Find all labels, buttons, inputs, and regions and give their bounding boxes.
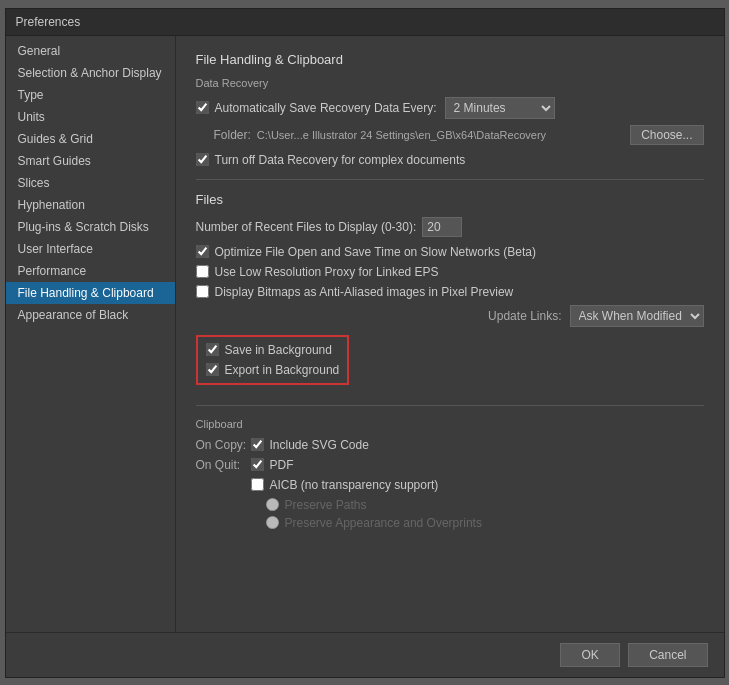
low-res-checkbox[interactable] bbox=[196, 265, 209, 278]
save-bg-checkbox[interactable] bbox=[206, 343, 219, 356]
update-links-row: Update Links: AutomaticallyAsk When Modi… bbox=[196, 305, 704, 327]
sidebar-item[interactable]: Type bbox=[6, 84, 175, 106]
sidebar-item[interactable]: Hyphenation bbox=[6, 194, 175, 216]
auto-save-label: Automatically Save Recovery Data Every: bbox=[215, 101, 437, 115]
folder-row: Folder: C:\User...e Illustrator 24 Setti… bbox=[214, 125, 704, 145]
optimize-row: Optimize File Open and Save Time on Slow… bbox=[196, 245, 704, 259]
dialog-title: Preferences bbox=[6, 9, 724, 36]
export-bg-checkbox[interactable] bbox=[206, 363, 219, 376]
low-res-label: Use Low Resolution Proxy for Linked EPS bbox=[215, 265, 439, 279]
ok-button[interactable]: OK bbox=[560, 643, 620, 667]
recent-files-row: Number of Recent Files to Display (0-30)… bbox=[196, 217, 704, 237]
clipboard-heading: Clipboard bbox=[196, 418, 704, 430]
bitmaps-row: Display Bitmaps as Anti-Aliased images i… bbox=[196, 285, 704, 299]
aicb-label: AICB (no transparency support) bbox=[270, 478, 439, 492]
export-bg-row: Export in Background bbox=[206, 363, 340, 377]
preferences-dialog: Preferences GeneralSelection & Anchor Di… bbox=[5, 8, 725, 678]
sidebar-item[interactable]: Smart Guides bbox=[6, 150, 175, 172]
turn-off-label: Turn off Data Recovery for complex docum… bbox=[215, 153, 466, 167]
include-svg-label: Include SVG Code bbox=[270, 438, 369, 452]
save-bg-label: Save in Background bbox=[225, 343, 332, 357]
on-quit-row: On Quit: PDF bbox=[196, 458, 704, 472]
dialog-footer: OK Cancel bbox=[6, 632, 724, 677]
sidebar-item[interactable]: Appearance of Black bbox=[6, 304, 175, 326]
pdf-label: PDF bbox=[270, 458, 294, 472]
sidebar-item[interactable]: Slices bbox=[6, 172, 175, 194]
include-svg-checkbox[interactable] bbox=[251, 438, 264, 451]
sidebar-item[interactable]: File Handling & Clipboard bbox=[6, 282, 175, 304]
preserve-paths-label: Preserve Paths bbox=[285, 498, 367, 512]
folder-label: Folder: bbox=[214, 128, 251, 142]
cancel-button[interactable]: Cancel bbox=[628, 643, 707, 667]
save-bg-row: Save in Background bbox=[206, 343, 340, 357]
divider-1 bbox=[196, 179, 704, 180]
update-links-label: Update Links: bbox=[488, 309, 561, 323]
pdf-checkbox[interactable] bbox=[251, 458, 264, 471]
turn-off-row: Turn off Data Recovery for complex docum… bbox=[196, 153, 704, 167]
recent-files-input[interactable] bbox=[422, 217, 462, 237]
on-copy-row: On Copy: Include SVG Code bbox=[196, 438, 704, 452]
auto-save-checkbox[interactable] bbox=[196, 101, 209, 114]
dialog-body: GeneralSelection & Anchor DisplayTypeUni… bbox=[6, 36, 724, 632]
optimize-label: Optimize File Open and Save Time on Slow… bbox=[215, 245, 536, 259]
preserve-appearance-label: Preserve Appearance and Overprints bbox=[285, 516, 482, 530]
sidebar-item[interactable]: Guides & Grid bbox=[6, 128, 175, 150]
preserve-appearance-radio[interactable] bbox=[266, 516, 279, 529]
optimize-checkbox[interactable] bbox=[196, 245, 209, 258]
sidebar-item[interactable]: General bbox=[6, 40, 175, 62]
on-copy-label: On Copy: bbox=[196, 438, 251, 452]
files-heading: Files bbox=[196, 192, 704, 207]
bitmaps-checkbox[interactable] bbox=[196, 285, 209, 298]
sidebar-item[interactable]: Performance bbox=[6, 260, 175, 282]
section-heading: File Handling & Clipboard bbox=[196, 52, 704, 67]
sidebar-item[interactable]: Selection & Anchor Display bbox=[6, 62, 175, 84]
bitmaps-label: Display Bitmaps as Anti-Aliased images i… bbox=[215, 285, 514, 299]
sidebar-item[interactable]: Units bbox=[6, 106, 175, 128]
main-content: File Handling & Clipboard Data Recovery … bbox=[176, 36, 724, 632]
aicb-checkbox[interactable] bbox=[251, 478, 264, 491]
divider-2 bbox=[196, 405, 704, 406]
aicb-row: AICB (no transparency support) bbox=[196, 478, 704, 492]
low-res-row: Use Low Resolution Proxy for Linked EPS bbox=[196, 265, 704, 279]
sidebar: GeneralSelection & Anchor DisplayTypeUni… bbox=[6, 36, 176, 632]
sidebar-item[interactable]: User Interface bbox=[6, 238, 175, 260]
recent-files-label: Number of Recent Files to Display (0-30)… bbox=[196, 220, 417, 234]
data-recovery-heading: Data Recovery bbox=[196, 77, 704, 89]
interval-dropdown[interactable]: 1 Minute2 Minutes5 Minutes10 Minutes15 M… bbox=[445, 97, 555, 119]
preserve-paths-radio[interactable] bbox=[266, 498, 279, 511]
preserve-paths-row: Preserve Paths bbox=[266, 498, 704, 512]
auto-save-row: Automatically Save Recovery Data Every: … bbox=[196, 97, 704, 119]
on-quit-label: On Quit: bbox=[196, 458, 251, 472]
export-bg-label: Export in Background bbox=[225, 363, 340, 377]
choose-button[interactable]: Choose... bbox=[630, 125, 703, 145]
turn-off-checkbox[interactable] bbox=[196, 153, 209, 166]
update-links-dropdown[interactable]: AutomaticallyAsk When ModifiedManually bbox=[570, 305, 704, 327]
preserve-appearance-row: Preserve Appearance and Overprints bbox=[266, 516, 704, 530]
highlight-box: Save in Background Export in Background bbox=[196, 335, 350, 385]
sidebar-item[interactable]: Plug-ins & Scratch Disks bbox=[6, 216, 175, 238]
folder-path: C:\User...e Illustrator 24 Settings\en_G… bbox=[257, 129, 622, 141]
